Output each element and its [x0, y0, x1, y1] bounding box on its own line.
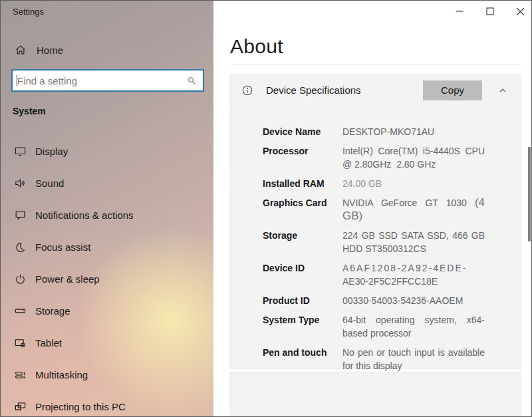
search-icon[interactable]: [186, 75, 203, 86]
sidebar-item-label: Storage: [35, 305, 70, 317]
spec-value: DESKTOP-MKO71AU: [342, 125, 485, 138]
info-icon: [241, 84, 253, 96]
sidebar-item-storage[interactable]: Storage: [1, 295, 213, 327]
display-icon: [14, 145, 27, 158]
spec-value: 224 GB SSD SATA SSD, 466 GB HDD ST350031…: [342, 229, 485, 255]
sidebar-item-label: Display: [35, 146, 68, 157]
copy-button[interactable]: Copy: [423, 80, 482, 100]
text-cursor: [17, 75, 17, 86]
spec-row: Graphics CardNVIDIA GeForce GT 1030 (4 G…: [263, 196, 521, 223]
sidebar-nav: DisplaySoundNotifications & actionsFocus…: [1, 135, 213, 417]
sidebar-item-sound[interactable]: Sound: [1, 167, 213, 199]
sidebar-item-tablet[interactable]: Tablet: [1, 327, 213, 358]
spec-value: A6AF1208-2A92-4EDE-AE30-2F5C2FFCC18E: [342, 261, 485, 288]
spec-value: NVIDIA GeForce GT 1030 (4 GB): [342, 196, 485, 223]
spec-row: ProcessorIntel(R) Core(TM) i5-4440S CPU …: [263, 144, 521, 171]
minimize-icon[interactable]: [455, 7, 464, 16]
spec-label: Storage: [263, 229, 342, 255]
tablet-icon: [14, 337, 27, 349]
spec-label: Installed RAM: [263, 177, 342, 190]
spec-label: Processor: [263, 144, 342, 171]
page-title: About: [230, 35, 283, 58]
home-icon: [14, 44, 27, 57]
vertical-scrollbar[interactable]: [528, 147, 531, 241]
spec-row: Pen and touchNo pen or touch input is av…: [263, 346, 521, 372]
spec-row: Device NameDESKTOP-MKO71AU: [263, 125, 521, 138]
sidebar-item-display[interactable]: Display: [1, 135, 213, 167]
sidebar-item-label: Power & sleep: [35, 273, 100, 285]
spec-label: Product ID: [263, 294, 342, 307]
sidebar-item-label: Projecting to this PC: [35, 401, 126, 412]
multitasking-icon: [14, 368, 27, 381]
storage-icon: [14, 305, 27, 317]
sidebar-item-multitasking[interactable]: Multitasking: [1, 358, 213, 390]
spec-value: 00330-54003-54236-AAOEM: [342, 294, 485, 307]
spec-value: Intel(R) Core(TM) i5-4440S CPU @ 2.80GHz…: [342, 144, 485, 171]
spec-label: Device Name: [263, 125, 342, 138]
title-divider: [230, 65, 521, 65]
main-content: About Device Specifications Copy Device …: [213, 1, 532, 416]
sidebar-item-label: Sound: [35, 178, 64, 189]
sound-icon: [14, 177, 27, 190]
window-controls: [455, 7, 525, 16]
search-input[interactable]: [13, 75, 186, 86]
sidebar-section-title: System: [13, 106, 46, 116]
spec-row: Storage224 GB SSD SATA SSD, 466 GB HDD S…: [263, 229, 521, 255]
sidebar-item-notifications-actions[interactable]: Notifications & actions: [1, 199, 213, 231]
sidebar: Settings Home System DisplaySoundNotific…: [1, 1, 213, 416]
spec-value: No pen or touch input is available for t…: [342, 346, 485, 372]
close-icon[interactable]: [516, 7, 525, 16]
spec-value: 24.00 GB: [342, 177, 485, 190]
sidebar-item-label: Notifications & actions: [35, 209, 134, 221]
notifications-icon: [14, 209, 27, 221]
device-specifications-body: Device NameDESKTOP-MKO71AUProcessorIntel…: [231, 106, 521, 372]
spec-label: System Type: [263, 313, 342, 340]
spec-label: Pen and touch: [263, 346, 342, 372]
sidebar-item-focus-assist[interactable]: Focus assist: [1, 231, 213, 263]
sidebar-item-label: Multitasking: [35, 369, 88, 380]
spec-value-suffix: (4 GB): [342, 196, 488, 222]
maximize-icon[interactable]: [485, 7, 494, 16]
device-specifications-header: Device Specifications Copy: [231, 74, 521, 106]
spec-value: 64-bit operating system, x64-based proce…: [342, 313, 485, 340]
projecting-icon: [14, 400, 27, 413]
spec-row: Device IDA6AF1208-2A92-4EDE-AE30-2F5C2FF…: [263, 261, 521, 288]
spec-label: Graphics Card: [263, 196, 342, 223]
next-section-card: [230, 372, 521, 417]
app-title: Settings: [13, 7, 44, 17]
chevron-up-icon[interactable]: [497, 85, 508, 96]
spec-row: Installed RAM24.00 GB: [263, 177, 521, 190]
sidebar-item-label: Focus assist: [35, 241, 90, 253]
card-title: Device Specifications: [266, 84, 423, 96]
spec-row: System Type64-bit operating system, x64-…: [263, 313, 521, 340]
sidebar-item-label: Tablet: [35, 337, 62, 348]
search-box: [11, 69, 204, 92]
spec-label: Device ID: [263, 261, 342, 288]
spec-row: Product ID00330-54003-54236-AAOEM: [263, 294, 521, 307]
focus-assist-icon: [14, 241, 27, 253]
sidebar-item-label: Home: [37, 45, 63, 56]
sidebar-item-projecting-to-this-pc[interactable]: Projecting to this PC: [1, 390, 213, 417]
sidebar-item-home[interactable]: Home: [1, 40, 213, 60]
sidebar-item-power-sleep[interactable]: Power & sleep: [1, 263, 213, 295]
settings-window: Settings Home System DisplaySoundNotific…: [0, 0, 532, 417]
power-icon: [14, 273, 27, 285]
device-specifications-card: Device Specifications Copy Device NameDE…: [230, 74, 521, 369]
